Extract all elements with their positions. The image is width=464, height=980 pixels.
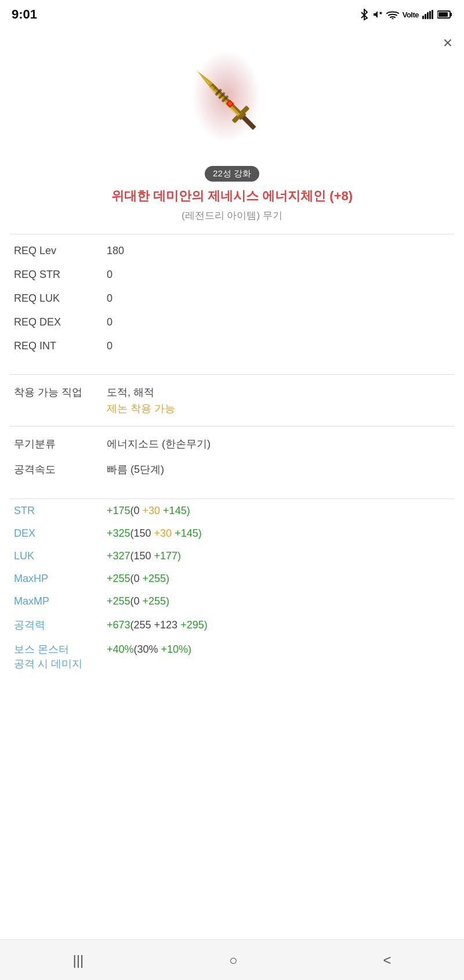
- boss-damage-label: 보스 몬스터공격 시 데미지: [14, 642, 107, 671]
- nav-menu-button[interactable]: |||: [55, 946, 101, 974]
- job-row: 착용 가능 직업 도적, 해적 제논 착용 가능: [14, 385, 450, 415]
- luk-base: (150: [130, 550, 154, 562]
- nav-home-button[interactable]: ○: [212, 946, 255, 974]
- attack-value: +673(255 +123 +295): [107, 619, 208, 631]
- str-value: +175(0 +30 +145): [107, 505, 190, 517]
- maxmp-label: MaxMP: [14, 595, 107, 607]
- enhancement-label: 22성 강화: [205, 166, 259, 182]
- weapon-type-row: 무기분류 에너지소드 (한손무기): [14, 437, 450, 451]
- req-dex-row: REQ DEX 0: [14, 316, 450, 328]
- boss-total: +40%: [107, 643, 134, 655]
- close-button[interactable]: ×: [443, 35, 452, 51]
- luk-stat-row: LUK +327(150 +177): [14, 550, 450, 562]
- maxhp-base: (0: [130, 573, 143, 584]
- nav-bar: ||| ○ <: [0, 939, 464, 980]
- requirements-section: REQ Lev 180 REQ STR 0 REQ LUK 0 REQ DEX …: [0, 234, 464, 374]
- job-special: 제논 착용 가능: [107, 402, 175, 415]
- item-image-container: [0, 27, 464, 166]
- svg-rect-6: [429, 11, 431, 19]
- str-total: +175: [107, 505, 130, 516]
- dex-label: DEX: [14, 527, 107, 540]
- req-luk-label: REQ LUK: [14, 292, 107, 305]
- svg-rect-4: [425, 14, 426, 19]
- maxhp-stat-row: MaxHP +255(0 +255): [14, 573, 450, 585]
- status-time: 9:01: [12, 7, 37, 22]
- req-str-label: REQ STR: [14, 269, 107, 281]
- lte-indicator: Volte: [403, 10, 419, 19]
- luk-bonus: +177): [154, 550, 182, 562]
- status-bar: 9:01 Volte: [0, 0, 464, 27]
- req-int-value: 0: [107, 340, 113, 352]
- svg-rect-10: [438, 12, 448, 17]
- weapon-type-value: 에너지소드 (한손무기): [107, 437, 211, 451]
- dex-bonus2: +145): [172, 527, 202, 539]
- req-lev-label: REQ Lev: [14, 245, 107, 257]
- boss-bonus: +10%): [161, 643, 192, 655]
- maxhp-value: +255(0 +255): [107, 573, 169, 585]
- req-lev-row: REQ Lev 180: [14, 245, 450, 257]
- wifi-icon: [386, 10, 399, 19]
- req-dex-value: 0: [107, 316, 113, 328]
- bluetooth-icon: [360, 9, 369, 20]
- item-type: (레전드리 아이템) 무기: [0, 209, 464, 222]
- nav-back-button[interactable]: <: [366, 946, 409, 974]
- job-primary: 도적, 해적: [107, 385, 175, 399]
- str-base: (0: [130, 505, 143, 516]
- boss-base: (30%: [134, 643, 161, 655]
- signal-icon: [422, 10, 434, 19]
- req-lev-value: 180: [107, 245, 124, 257]
- enhance-section: STR +175(0 +30 +145) DEX +325(150 +30 +1…: [0, 499, 464, 692]
- attack-bonus1: +123: [154, 619, 178, 631]
- dex-value: +325(150 +30 +145): [107, 527, 202, 540]
- job-section: 착용 가능 직업 도적, 해적 제논 착용 가능: [0, 375, 464, 426]
- svg-rect-9: [450, 13, 452, 16]
- luk-label: LUK: [14, 550, 107, 562]
- str-bonus2: +145): [160, 505, 190, 516]
- str-label: STR: [14, 505, 107, 517]
- maxmp-value: +255(0 +255): [107, 595, 169, 607]
- mute-icon: [372, 9, 383, 20]
- weapon-section: 무기분류 에너지소드 (한손무기) 공격속도 빠름 (5단계): [0, 426, 464, 498]
- req-str-row: REQ STR 0: [14, 269, 450, 281]
- req-luk-row: REQ LUK 0: [14, 292, 450, 305]
- str-bonus1: +30: [143, 505, 161, 516]
- item-image: [186, 44, 278, 154]
- sword-icon: [191, 49, 273, 150]
- boss-damage-row: 보스 몬스터공격 시 데미지 +40%(30% +10%): [14, 642, 450, 671]
- attack-label: 공격력: [14, 618, 107, 632]
- attack-speed-label: 공격속도: [14, 462, 107, 476]
- battery-icon: [437, 10, 452, 19]
- luk-value: +327(150 +177): [107, 550, 181, 562]
- attack-speed-value: 빠름 (5단계): [107, 462, 164, 476]
- luk-total: +327: [107, 550, 130, 562]
- str-stat-row: STR +175(0 +30 +145): [14, 505, 450, 517]
- attack-speed-row: 공격속도 빠름 (5단계): [14, 462, 450, 476]
- req-luk-value: 0: [107, 292, 113, 305]
- attack-total: +673: [107, 619, 130, 631]
- maxhp-bonus: +255): [143, 573, 170, 584]
- dex-total: +325: [107, 527, 130, 539]
- attack-bonus2: +295): [177, 619, 208, 631]
- maxmp-total: +255: [107, 595, 130, 607]
- weapon-type-label: 무기분류: [14, 437, 107, 451]
- dex-stat-row: DEX +325(150 +30 +145): [14, 527, 450, 540]
- job-values: 도적, 해적 제논 착용 가능: [107, 385, 175, 415]
- req-dex-label: REQ DEX: [14, 316, 107, 328]
- svg-point-2: [392, 18, 393, 19]
- dex-base: (150: [130, 527, 154, 539]
- attack-stat-row: 공격력 +673(255 +123 +295): [14, 618, 450, 632]
- item-name: 위대한 데미안의 제네시스 에너지체인 (+8): [0, 187, 464, 205]
- maxmp-base: (0: [130, 595, 143, 607]
- svg-rect-5: [427, 12, 429, 19]
- status-icons: Volte: [360, 9, 452, 20]
- dex-bonus1: +30: [154, 527, 172, 539]
- svg-rect-3: [422, 16, 424, 19]
- req-int-row: REQ INT 0: [14, 340, 450, 352]
- maxmp-bonus: +255): [143, 595, 170, 607]
- boss-damage-value: +40%(30% +10%): [107, 642, 191, 656]
- req-int-label: REQ INT: [14, 340, 107, 352]
- attack-base: (255: [130, 619, 154, 631]
- req-str-value: 0: [107, 269, 113, 281]
- maxhp-label: MaxHP: [14, 573, 107, 585]
- svg-rect-7: [432, 10, 433, 19]
